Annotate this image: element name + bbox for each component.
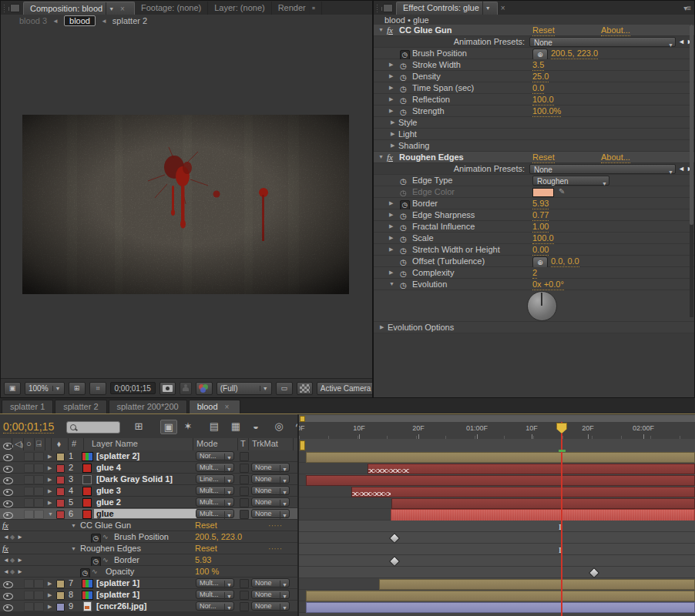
label-color-swatch[interactable] (56, 603, 65, 611)
about-link[interactable]: About... (601, 152, 630, 163)
t-switch-cell[interactable] (240, 464, 249, 473)
expand-closed-icon[interactable]: ▶ (389, 198, 393, 209)
expand-closed-icon[interactable]: ▶ (391, 140, 395, 151)
prev-keyframe-icon[interactable]: ◄ (3, 554, 9, 566)
animation-presets-dropdown[interactable]: None▼ (529, 37, 676, 47)
property-value[interactable]: 0.00 (532, 244, 549, 256)
next-keyframe-icon[interactable]: ► (17, 531, 23, 543)
effect-property-offset-turbulence[interactable]: ◷Offset (Turbulence)⊕0.0, 0.0 (374, 256, 694, 267)
layer-row-splatter-2[interactable]: ▶1[splatter 2]Nor...▼ (0, 450, 298, 462)
chevron-down-icon[interactable]: ≡ (309, 2, 315, 15)
lock-toggle-cell[interactable] (34, 475, 44, 484)
property-value[interactable]: 1.00 (532, 221, 549, 233)
show-channels-icon[interactable] (196, 382, 213, 395)
mode-select[interactable]: Mult...▼ (196, 463, 234, 472)
stopwatch-icon[interactable]: ◷ (400, 199, 410, 209)
track-lane[interactable] (299, 601, 695, 613)
trkmat-select[interactable]: None▼ (251, 590, 290, 599)
layer-name[interactable]: glue 4 (96, 462, 121, 474)
visibility-eye-icon[interactable] (3, 508, 13, 520)
breadcrumb-item-blood[interactable]: blood (64, 15, 96, 26)
expand-open-icon[interactable]: ▼ (389, 279, 395, 290)
effect-name[interactable]: Roughen Edges (80, 543, 141, 554)
t-switch-cell[interactable] (240, 510, 249, 519)
track-lane[interactable] (299, 497, 695, 509)
mode-select[interactable]: Mult...▼ (196, 590, 234, 599)
eyedropper-icon[interactable]: ✎ (559, 186, 565, 197)
frame-blending-icon[interactable]: ▤ (206, 420, 222, 433)
mode-select[interactable]: Mult...▼ (196, 486, 234, 495)
auto-keyframe-icon[interactable]: ◒ (248, 420, 264, 433)
property-value[interactable]: 0x +0.0° (532, 279, 564, 290)
effect-property-reflection[interactable]: ▶◷Reflection100.0 (374, 94, 694, 105)
layer-row-cncr26l-jpg[interactable]: ▶9[cncr26l.jpg]Nor...▼None▼ (0, 601, 298, 612)
expand-closed-icon[interactable]: ▶ (48, 450, 52, 462)
rotation-dial[interactable] (527, 291, 557, 321)
effect-property-edge-sharpness[interactable]: ▶◷Edge Sharpness0.77 (374, 209, 694, 221)
track-lane[interactable] (299, 578, 695, 590)
comp-marker-bin[interactable] (300, 440, 305, 450)
lock-toggle-cell[interactable] (34, 498, 44, 507)
fx-badge[interactable]: fx (2, 543, 8, 554)
reset-button[interactable]: Reset (532, 25, 555, 36)
t-switch-cell[interactable] (240, 591, 249, 600)
stopwatch-icon[interactable]: ◷ (400, 187, 407, 198)
add-keyframe-icon[interactable]: ◆ (10, 554, 15, 566)
stopwatch-icon[interactable]: ◷ (400, 176, 407, 186)
label-color-swatch[interactable] (56, 580, 65, 588)
timeline-tab-blood[interactable]: blood× (189, 400, 241, 413)
effect-property-border[interactable]: ▶◷Border5.93 (374, 198, 694, 209)
visibility-eye-icon[interactable] (3, 474, 13, 485)
time-ruler[interactable]: 0:00F10F20F01:00F10F20F02:00F (299, 422, 695, 440)
effect-property-style[interactable]: ▶Style (374, 117, 694, 129)
property-value[interactable]: 200.5, 223.0 (195, 531, 242, 544)
track-lane[interactable] (299, 486, 695, 497)
stopwatch-icon[interactable]: ◷ (400, 95, 407, 105)
audio-toggle-cell[interactable] (24, 452, 34, 461)
mode-select[interactable]: Nor...▼ (196, 451, 234, 460)
tab-footage-none[interactable]: Footage: (none) (135, 2, 208, 15)
camera-view-dropdown[interactable]: Active Camera▼ (317, 382, 373, 395)
effect-property-stroke-width[interactable]: ▶◷Stroke Width3.5 (374, 59, 694, 71)
expand-open-icon[interactable]: ▼ (378, 25, 384, 35)
visibility-eye-icon[interactable] (3, 497, 13, 508)
mode-select[interactable]: Line...▼ (196, 474, 234, 484)
layer-name[interactable]: glue 3 (96, 485, 121, 497)
track-lane[interactable] (299, 590, 695, 601)
tab-composition-blood[interactable]: Composition: blood▼× (23, 2, 135, 15)
track-lane[interactable] (299, 567, 695, 578)
audio-toggle-cell[interactable] (24, 475, 34, 484)
expand-closed-icon[interactable]: ▶ (48, 485, 52, 497)
next-keyframe-icon[interactable]: ► (17, 554, 23, 566)
trkmat-select[interactable]: None▼ (251, 474, 290, 484)
audio-toggle-cell[interactable] (24, 487, 34, 496)
keyframe-diamond[interactable] (389, 533, 400, 544)
panel-grip[interactable] (3, 4, 8, 12)
effect-property-evolution[interactable]: ▼◷Evolution0x +0.0° (374, 279, 694, 290)
layer-duration-bar[interactable] (306, 591, 695, 601)
expand-closed-icon[interactable]: ▶ (391, 117, 395, 128)
property-row-opacity[interactable]: ◄◆►◷∿Opacity100 % (0, 566, 298, 578)
effect-property-complexity[interactable]: ▶◷Complexity2 (374, 267, 694, 279)
property-value[interactable]: 3.5 (532, 59, 544, 71)
visibility-eye-icon[interactable] (3, 462, 13, 474)
label-color-swatch[interactable] (56, 591, 65, 600)
reset-button[interactable]: Reset (195, 543, 217, 555)
t-switch-cell[interactable] (240, 487, 249, 496)
timeline-tab-splatter-2[interactable]: splatter 2 (55, 400, 106, 413)
draft-3d-icon[interactable]: ▣ (160, 420, 177, 434)
layer-row-splatter-1[interactable]: ▶7[splatter 1]Mult...▼None▼ (0, 578, 298, 589)
lock-toggle-cell[interactable] (34, 510, 44, 519)
mode-select[interactable]: Mult...▼ (196, 509, 234, 518)
expand-closed-icon[interactable]: ▶ (48, 474, 52, 485)
expand-closed-icon[interactable]: ▶ (391, 129, 395, 139)
pane-splitter[interactable] (297, 414, 299, 616)
visibility-eye-icon[interactable] (3, 578, 13, 589)
close-icon[interactable]: × (120, 2, 125, 15)
about-link[interactable]: About... (601, 25, 630, 36)
property-row-border[interactable]: ◄◆►◷∿Border5.93 (0, 554, 298, 566)
track-lane[interactable] (299, 555, 695, 567)
stopwatch-icon[interactable]: ◷ (400, 222, 407, 233)
expand-closed-icon[interactable]: ▶ (389, 59, 393, 70)
composition-view-image[interactable] (22, 115, 349, 294)
